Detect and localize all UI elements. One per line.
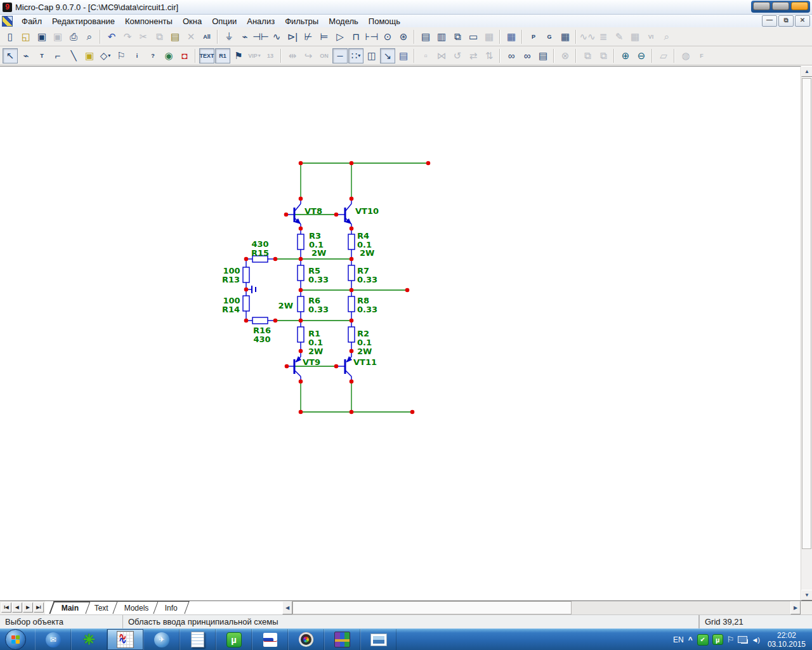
clock[interactable]: 22:02 03.10.2015 (768, 631, 806, 649)
select-all[interactable]: All (199, 29, 214, 44)
plot-window[interactable]: ▦ (627, 29, 643, 44)
web-link[interactable]: ◍ (678, 48, 693, 63)
zoom-in[interactable]: ⊕ (618, 48, 633, 63)
schematic-label-r16[interactable]: R16 (253, 326, 271, 335)
grid-text[interactable]: G (542, 29, 557, 44)
calculator[interactable]: ▦ (504, 29, 519, 44)
schematic-label-100[interactable]: 100 (223, 266, 240, 275)
schematic-label-r15[interactable]: R15 (251, 248, 269, 258)
cross-probe[interactable]: ⇹ (285, 48, 300, 63)
paste[interactable]: ▤ (167, 29, 183, 44)
schematic-label-0.33[interactable]: 0.33 (357, 275, 377, 284)
schematic-label-0.33[interactable]: 0.33 (357, 305, 377, 314)
save-file[interactable]: ▣ (34, 29, 49, 44)
schematic-label-2w[interactable]: 2W (311, 248, 326, 258)
schematic-label-0.33[interactable]: 0.33 (308, 305, 329, 314)
taskbar-image-viewer[interactable] (360, 629, 396, 650)
taskbar-thunderbird[interactable]: ✉ (35, 629, 71, 650)
grid-text-toggle[interactable]: TEXT (199, 48, 214, 63)
flip-horizontal[interactable]: ⇄ (466, 48, 481, 63)
schematic-label-vt11[interactable]: VT11 (353, 357, 377, 367)
flag-mode[interactable]: ⚐ (114, 48, 129, 63)
design-checklist[interactable]: ▤ (535, 48, 551, 63)
resistor-R14[interactable] (243, 296, 249, 311)
redo[interactable]: ↷ (120, 29, 135, 44)
taskbar-floppy-app[interactable] (252, 629, 288, 650)
schematic-label-430[interactable]: 430 (251, 239, 268, 249)
print[interactable]: ⎙ (66, 29, 81, 44)
component-lead[interactable] (346, 204, 351, 211)
schematic-label-0.1[interactable]: 0.1 (357, 338, 372, 347)
resistor-R4[interactable] (348, 234, 355, 249)
taskbar-icq[interactable]: ✳ (71, 629, 107, 650)
zoom-out[interactable]: ⊖ (634, 48, 649, 63)
menu-windows[interactable]: Окна (178, 16, 207, 27)
taskbar-notepad[interactable] (180, 629, 216, 650)
schematic-drawing[interactable]: VT8VT10R30.12WR40.12W430R15100R13100R14R… (0, 67, 801, 601)
new-file[interactable]: ▯ (3, 29, 18, 44)
schematic-label-r14[interactable]: R14 (222, 305, 240, 314)
horizontal-scroll-thumb[interactable] (292, 601, 572, 614)
resistor-R6[interactable] (298, 296, 304, 312)
component-lead[interactable] (346, 371, 351, 376)
schematic-label-r5[interactable]: R5 (308, 266, 320, 275)
ground-component[interactable]: ⏚ (221, 29, 237, 44)
info-mode[interactable]: i (129, 48, 145, 63)
help-mode[interactable]: ? (145, 48, 160, 63)
volume-icon[interactable]: ◄) (751, 636, 759, 644)
abort[interactable]: ⊗ (558, 48, 573, 63)
find-component[interactable]: ∞ (504, 48, 519, 63)
single-window[interactable]: ▭ (466, 29, 481, 44)
save-all[interactable]: ▣ (50, 29, 65, 44)
vertical-scrollbar[interactable]: ▲ ▼ (801, 66, 812, 600)
thumbnail[interactable]: ▱ (656, 48, 671, 63)
schematic-label-r3[interactable]: R3 (309, 231, 321, 241)
horizontal-scrollbar[interactable]: ◀ ▶ (282, 601, 801, 614)
copy[interactable]: ⧉ (152, 29, 167, 44)
tab-nav-next[interactable]: ▶ (23, 602, 33, 613)
line-tool[interactable]: — (332, 48, 348, 63)
select-mode[interactable]: ↖ (3, 48, 18, 63)
menu-filters[interactable]: Фильтры (280, 16, 324, 27)
graphics-mode[interactable]: ▣ (82, 48, 97, 63)
link-mode[interactable]: ◉ (161, 48, 176, 63)
region-enable[interactable]: ◘ (177, 48, 192, 63)
schematic-label-2w[interactable]: 2W (308, 347, 323, 356)
capacitor-component[interactable]: ⊣⊢ (253, 29, 268, 44)
title-bar[interactable]: 9 Micro-Cap 9.0.7.0 - [C:\MC9\data\circu… (0, 0, 812, 15)
schematic-label-r6[interactable]: R6 (308, 296, 320, 305)
mdi-minimize-button[interactable]: — (762, 15, 777, 27)
digital-values[interactable]: 13 (263, 48, 278, 63)
close-button[interactable] (791, 2, 808, 10)
scroll-right-button[interactable]: ▶ (790, 601, 801, 614)
node-numbers-toggle[interactable]: ⚑ (231, 48, 246, 63)
mirror[interactable]: ⋈ (434, 48, 449, 63)
battery-component[interactable]: ⊦⊣ (364, 29, 379, 44)
attribute-text-toggle[interactable]: R1 (215, 48, 230, 63)
resistor-R1[interactable] (298, 327, 304, 342)
mosfet-component[interactable]: ⊨ (317, 29, 332, 44)
taskbar-utorrent[interactable]: µ (216, 629, 252, 650)
probe[interactable]: ✎ (612, 29, 627, 44)
undo[interactable]: ↶ (104, 29, 119, 44)
resistor-R13[interactable] (243, 267, 249, 282)
component-mode[interactable]: ⌁ (18, 48, 34, 63)
menu-edit[interactable]: Редактирование (47, 16, 120, 27)
vi-display[interactable]: VI (643, 29, 658, 44)
diagonal-wire-mode[interactable]: ╲ (66, 48, 81, 63)
utorrent-tray-icon[interactable]: µ (712, 634, 723, 645)
vertical-scroll-thumb[interactable] (802, 78, 811, 549)
send-to-back[interactable]: ⧉ (580, 48, 595, 63)
wire-mode[interactable]: ⌐ (50, 48, 65, 63)
schematic-label-r4[interactable]: R4 (357, 231, 369, 241)
schematic-label-2w[interactable]: 2W (360, 248, 374, 258)
mdi-restore-button[interactable]: ⧉ (778, 15, 794, 27)
slider[interactable]: ≣ (596, 29, 611, 44)
cascade-windows[interactable]: ⧉ (450, 29, 465, 44)
schematic-label-r8[interactable]: R8 (357, 296, 369, 305)
schematic-label-vt9[interactable]: VT9 (303, 357, 320, 367)
schematic-label-r2[interactable]: R2 (357, 329, 369, 338)
action-center-icon[interactable]: ⚐ (727, 635, 735, 644)
find[interactable]: ∞ (520, 48, 535, 63)
start-button[interactable] (5, 629, 26, 650)
